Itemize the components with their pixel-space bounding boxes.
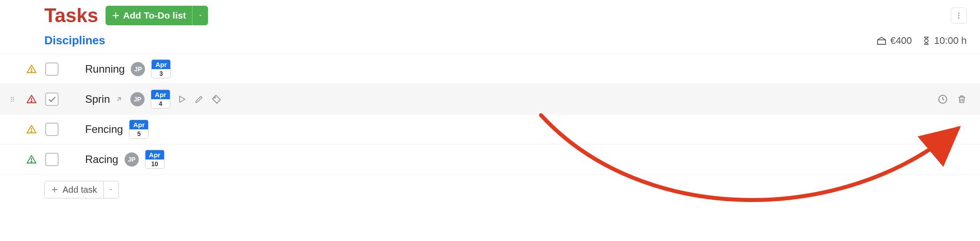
tag-icon[interactable] <box>211 94 222 105</box>
task-checkbox[interactable] <box>45 153 59 166</box>
due-month: Apr <box>151 90 170 99</box>
task-name[interactable]: Running <box>85 63 125 75</box>
svg-point-21 <box>31 131 32 132</box>
due-day: 3 <box>152 69 170 78</box>
due-day: 4 <box>151 99 170 108</box>
task-row[interactable]: Racing JP Apr 10 <box>0 144 980 175</box>
due-month: Apr <box>152 60 170 69</box>
svg-point-11 <box>11 100 12 101</box>
task-name[interactable]: Racing <box>85 153 118 166</box>
avatar[interactable]: JP <box>125 152 139 167</box>
add-task-label: Add task <box>63 185 97 195</box>
svg-point-4 <box>958 17 960 19</box>
task-row[interactable]: Running JP Apr 3 <box>0 54 980 84</box>
plus-icon <box>112 12 120 19</box>
task-row[interactable]: Sprin JP Apr 4 <box>0 84 980 114</box>
svg-point-23 <box>31 161 32 162</box>
budget-icon <box>876 35 887 46</box>
drag-handle-icon[interactable] <box>7 94 18 104</box>
add-task-button[interactable]: Add task <box>44 181 119 198</box>
warning-icon <box>24 154 39 165</box>
svg-point-8 <box>13 97 14 97</box>
add-todo-list-dropdown[interactable] <box>192 6 208 25</box>
svg-point-2 <box>958 12 960 14</box>
svg-point-14 <box>31 101 32 102</box>
edit-icon[interactable] <box>194 94 204 105</box>
page-title: Tasks <box>44 4 98 27</box>
due-month: Apr <box>129 120 148 129</box>
svg-point-6 <box>31 71 32 72</box>
svg-point-9 <box>11 98 12 99</box>
due-month: Apr <box>145 150 164 159</box>
list-title[interactable]: Disciplines <box>44 34 105 47</box>
due-day: 5 <box>129 129 148 138</box>
start-timer-icon[interactable] <box>176 94 187 105</box>
time-metric: 10:00 h <box>922 35 967 47</box>
hourglass-icon <box>922 35 931 46</box>
budget-metric: €400 <box>876 35 912 47</box>
due-date-badge[interactable]: Apr 4 <box>151 89 170 109</box>
open-task-icon[interactable] <box>114 94 124 105</box>
svg-point-12 <box>13 100 14 101</box>
more-options-button[interactable] <box>951 8 967 23</box>
due-date-badge[interactable]: Apr 5 <box>129 120 149 139</box>
task-checkbox[interactable] <box>45 123 59 136</box>
due-date-badge[interactable]: Apr 3 <box>151 59 171 78</box>
warning-icon <box>24 94 39 105</box>
add-todo-list-label: Add To-Do list <box>123 10 186 21</box>
avatar[interactable]: JP <box>130 92 145 106</box>
svg-point-3 <box>958 15 960 16</box>
task-name[interactable]: Sprin <box>85 93 110 105</box>
add-todo-list-button[interactable]: Add To-Do list <box>106 6 208 25</box>
task-row[interactable]: Fencing Apr 5 <box>0 114 980 144</box>
clock-icon[interactable] <box>937 94 948 105</box>
due-day: 10 <box>145 159 164 168</box>
warning-icon <box>24 124 39 135</box>
svg-marker-15 <box>180 96 185 102</box>
svg-point-16 <box>214 97 216 98</box>
time-value: 10:00 h <box>934 35 967 47</box>
budget-value: €400 <box>890 35 912 47</box>
add-task-dropdown[interactable] <box>103 181 118 198</box>
svg-point-10 <box>13 98 14 99</box>
task-list: Running JP Apr 3 Sprin JP <box>0 54 980 175</box>
delete-icon[interactable] <box>957 94 967 105</box>
warning-icon <box>24 64 39 74</box>
avatar[interactable]: JP <box>131 62 145 76</box>
task-checkbox[interactable] <box>45 93 59 106</box>
plus-icon <box>51 186 58 193</box>
task-checkbox[interactable] <box>45 62 59 76</box>
svg-point-7 <box>11 97 12 97</box>
task-name[interactable]: Fencing <box>85 123 123 136</box>
due-date-badge[interactable]: Apr 10 <box>145 150 165 169</box>
